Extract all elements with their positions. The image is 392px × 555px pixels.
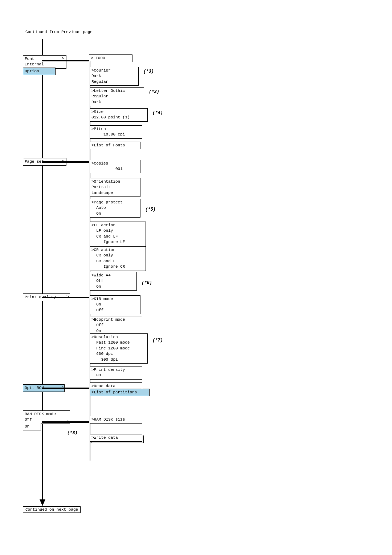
print-density-box: >Print density 03 — [90, 366, 142, 380]
size-box: >Size012.00 point (s) — [90, 108, 148, 122]
kir-mode-box: >KIR mode On Off — [90, 295, 140, 314]
note-6: (*6) — [142, 280, 152, 285]
list-of-fonts-box: >List of Fonts — [90, 142, 140, 149]
pitch-box: >Pitch 10.00 cpi — [90, 125, 142, 139]
orientation-box: >OrientationPortraitLandscape — [90, 178, 140, 197]
resolution-box: >Resolution Fast 1200 mode Fine 1200 mod… — [90, 333, 148, 364]
ram-disk-size-box: >RAM DISK size — [90, 416, 142, 424]
courier-box: >CourierDarkRegular — [90, 67, 139, 86]
wide-a4-box: >Wide A4 Off On — [90, 272, 137, 291]
font-i000-box: > I000 — [89, 54, 132, 62]
note-3a: (*3) — [143, 69, 154, 74]
lf-action-box: >LF action LF only CR and LF Ignore LF — [90, 222, 146, 246]
note-7: (*7) — [152, 338, 163, 343]
continued-next-label: Continued on next page — [23, 506, 81, 513]
page-set-h-line — [42, 161, 89, 163]
arrow-down-icon — [40, 499, 45, 506]
font-option-box: Option — [23, 68, 56, 75]
font-box: FontInternal — [23, 55, 66, 69]
ram-disk-h-line — [42, 421, 89, 423]
note-8: (*8) — [67, 430, 78, 436]
print-quality-h-line — [42, 297, 89, 298]
ram-disk-on-box: On — [23, 423, 41, 430]
list-partitions-box: >List of partitions — [90, 389, 150, 396]
letter-gothic-box: >Letter GothicRegularDark — [90, 87, 144, 106]
cr-action-box: >CR action CR only CR and LF Ignore CR — [90, 246, 146, 271]
continued-from-label: Continued from Previous page — [23, 29, 95, 35]
main-vertical-line — [42, 39, 43, 504]
ecoprint-box: >Ecoprint mode Off On — [90, 316, 142, 335]
page-protect-box: >Page protect Auto On — [90, 199, 140, 218]
copies-box: >Copies 001 — [90, 160, 140, 173]
note-4: (*4) — [152, 110, 163, 116]
opt-rom-h-line — [42, 388, 89, 389]
font-h-line — [42, 60, 89, 61]
font-arrow: > — [62, 56, 64, 61]
write-data-box: >Write data — [90, 434, 142, 442]
note-3b: (*3) — [149, 89, 159, 94]
note-5: (*5) — [145, 207, 156, 212]
page-container: Continued from Previous page FontInterna… — [0, 0, 392, 555]
